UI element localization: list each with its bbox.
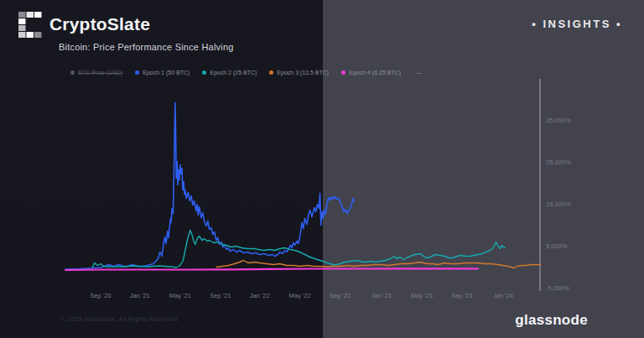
legend-series-dot — [202, 70, 206, 75]
x-tick-label: Jan '24 — [493, 292, 513, 299]
x-tick-label: Jan '22 — [250, 292, 270, 299]
x-tick-label: May '22 — [289, 292, 311, 299]
x-tick-label: Sep '22 — [330, 292, 351, 299]
y-tick-label: 5,000% — [546, 242, 568, 250]
legend-series-dot — [341, 70, 345, 75]
series-line-epoch-1 — [65, 103, 354, 270]
x-tick-label: Jan '23 — [371, 292, 392, 299]
legend-series-dot — [269, 70, 273, 75]
legend-series-label: Epoch 4 (6.25 BTC) — [349, 70, 401, 75]
legend-item-epoch-2[interactable]: Epoch 2 (25 BTC) — [202, 70, 257, 75]
x-tick-label: Sep '23 — [451, 292, 472, 299]
x-tick-label: Jan '21 — [130, 292, 150, 299]
legend: BTC Price (USD)Epoch 1 (50 BTC)Epoch 2 (… — [70, 69, 423, 76]
series-line-epoch-4 — [65, 268, 478, 270]
legend-series-label: Epoch 2 (25 BTC) — [210, 70, 257, 75]
legend-series-label: Epoch 3 (12.5 BTC) — [277, 70, 329, 75]
chart-title: Bitcoin: Price Performance Since Halving — [59, 42, 234, 52]
x-tick-label: May '23 — [411, 292, 433, 299]
insight-card: 35,000%25,000%15,000%5,000%-5,000%Sep '2… — [0, 0, 644, 338]
legend-series-dot — [70, 70, 75, 75]
legend-item-epoch-4[interactable]: Epoch 4 (6.25 BTC) — [341, 70, 401, 75]
legend-series-dot — [135, 70, 139, 75]
brand-title: CryptoSlate — [49, 14, 150, 34]
y-tick-label: -5,000% — [546, 284, 569, 292]
copyright-text: © 2023 Glassnode. All Rights Reserved. — [60, 315, 179, 323]
legend-overflow-dash[interactable]: — — [415, 69, 423, 76]
glassnode-wordmark: glassnode — [515, 312, 588, 329]
y-tick-label: 15,000% — [546, 200, 571, 208]
legend-series-label: Epoch 1 (50 BTC) — [143, 70, 190, 75]
legend-item-epoch-1[interactable]: Epoch 1 (50 BTC) — [135, 70, 190, 75]
legend-series-label: BTC Price (USD) — [78, 70, 122, 75]
y-tick-label: 25,000% — [546, 159, 571, 166]
x-tick-label: Sep '21 — [210, 292, 231, 299]
legend-item-btc-price[interactable]: BTC Price (USD) — [70, 70, 122, 75]
y-tick-label: 35,000% — [546, 117, 571, 124]
insights-badge: • INSIGHTS • — [532, 18, 622, 30]
x-tick-label: Sep '20 — [90, 292, 111, 299]
legend-item-epoch-3[interactable]: Epoch 3 (12.5 BTC) — [269, 70, 329, 75]
x-tick-label: May '21 — [169, 292, 191, 299]
cryptoslate-logo-icon — [18, 12, 44, 39]
